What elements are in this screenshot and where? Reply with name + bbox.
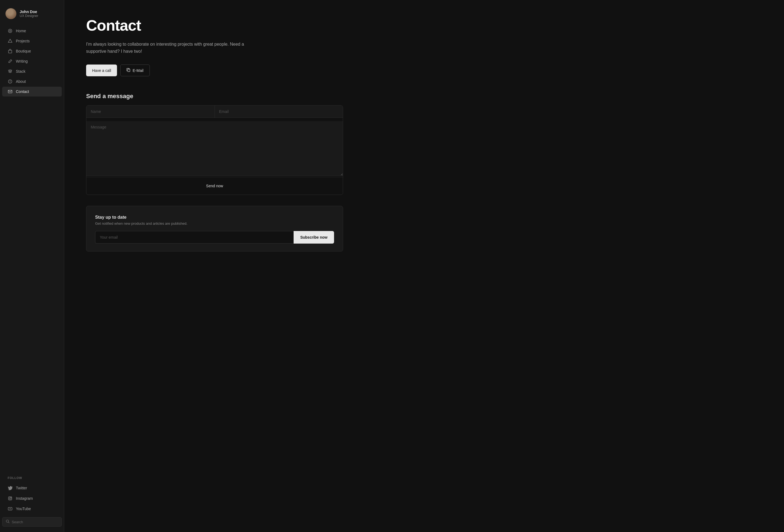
page-subtitle: I'm always looking to collaborate on int… <box>86 41 250 55</box>
svg-rect-15 <box>128 69 130 72</box>
svg-marker-12 <box>10 508 11 510</box>
sidebar-item-contact-label: Contact <box>16 89 29 94</box>
sidebar-item-writing[interactable]: Writing <box>2 56 62 66</box>
sidebar-item-stack-label: Stack <box>16 69 25 74</box>
sidebar-item-about-label: About <box>16 79 26 84</box>
action-buttons: Have a call E-Mail <box>86 64 343 76</box>
about-icon <box>8 79 12 84</box>
youtube-icon <box>8 506 12 511</box>
stack-icon <box>8 69 12 74</box>
sidebar-item-twitter-label: Twitter <box>16 486 27 490</box>
subscribe-row: Subscribe now <box>95 231 334 244</box>
search-input[interactable] <box>12 520 58 524</box>
message-textarea[interactable] <box>86 121 343 176</box>
subscribe-section: Stay up to date Get notified when new pr… <box>86 206 343 252</box>
svg-marker-2 <box>8 39 12 43</box>
contact-icon <box>8 89 12 94</box>
send-now-button[interactable]: Send now <box>202 181 227 190</box>
email-field[interactable] <box>215 106 343 117</box>
search-wrapper[interactable] <box>2 517 62 527</box>
subscribe-title: Stay up to date <box>95 215 334 220</box>
avatar <box>5 8 17 19</box>
subscribe-email-input[interactable] <box>95 231 293 244</box>
main-content: Contact I'm always looking to collaborat… <box>64 0 365 532</box>
profile-name: John Doe <box>20 9 38 14</box>
svg-point-1 <box>9 30 11 32</box>
sidebar-item-twitter[interactable]: Twitter <box>2 483 62 493</box>
send-message-title: Send a message <box>86 93 343 100</box>
sidebar-profile: John Doe UX Designer <box>0 5 64 26</box>
sidebar-item-instagram-label: Instagram <box>16 496 33 501</box>
copy-icon <box>127 68 131 73</box>
sidebar-item-boutique[interactable]: Boutique <box>2 46 62 56</box>
sidebar-item-home-label: Home <box>16 29 26 33</box>
sidebar-item-instagram[interactable]: Instagram <box>2 494 62 503</box>
svg-point-13 <box>6 520 9 523</box>
name-input[interactable] <box>86 106 215 117</box>
svg-line-14 <box>8 522 9 523</box>
twitter-icon <box>8 485 12 491</box>
svg-point-9 <box>9 498 11 499</box>
search-icon <box>6 520 9 524</box>
sidebar-item-boutique-label: Boutique <box>16 49 31 53</box>
sidebar-item-stack[interactable]: Stack <box>2 66 62 76</box>
have-a-call-button[interactable]: Have a call <box>86 64 117 76</box>
follow-section: FOLLOW <box>0 472 64 483</box>
nav-section: Home Projects Boutique <box>0 26 64 472</box>
projects-icon <box>8 38 12 44</box>
sidebar-item-about[interactable]: About <box>2 77 62 86</box>
svg-rect-7 <box>8 90 12 93</box>
sidebar-item-contact[interactable]: Contact <box>2 87 62 96</box>
boutique-icon <box>8 49 12 54</box>
svg-point-10 <box>11 497 11 498</box>
profile-role: UX Designer <box>20 14 38 18</box>
svg-point-6 <box>10 81 10 81</box>
svg-rect-3 <box>8 50 12 53</box>
home-icon <box>8 28 12 33</box>
writing-icon <box>8 59 12 64</box>
sidebar-item-writing-label: Writing <box>16 59 28 63</box>
sidebar-item-youtube-label: YouTube <box>16 507 31 511</box>
instagram-icon <box>8 496 12 501</box>
follow-label: FOLLOW <box>8 476 56 479</box>
sidebar-item-home[interactable]: Home <box>2 26 62 36</box>
search-container <box>2 517 62 527</box>
page-title: Contact <box>86 17 343 34</box>
email-button[interactable]: E-Mail <box>120 64 150 76</box>
sidebar-item-youtube[interactable]: YouTube <box>2 504 62 514</box>
send-message-section: Send a message Send now <box>86 93 343 195</box>
contact-form-card: Send now <box>86 105 343 195</box>
subscribe-description: Get notified when new products and artic… <box>95 221 334 226</box>
sidebar-item-projects[interactable]: Projects <box>2 36 62 46</box>
sidebar-item-projects-label: Projects <box>16 39 30 43</box>
svg-point-0 <box>8 29 12 33</box>
email-button-label: E-Mail <box>133 68 143 73</box>
subscribe-button[interactable]: Subscribe now <box>293 231 334 244</box>
send-btn-row: Send now <box>86 177 343 195</box>
sidebar: John Doe UX Designer Home Projects <box>0 0 64 532</box>
